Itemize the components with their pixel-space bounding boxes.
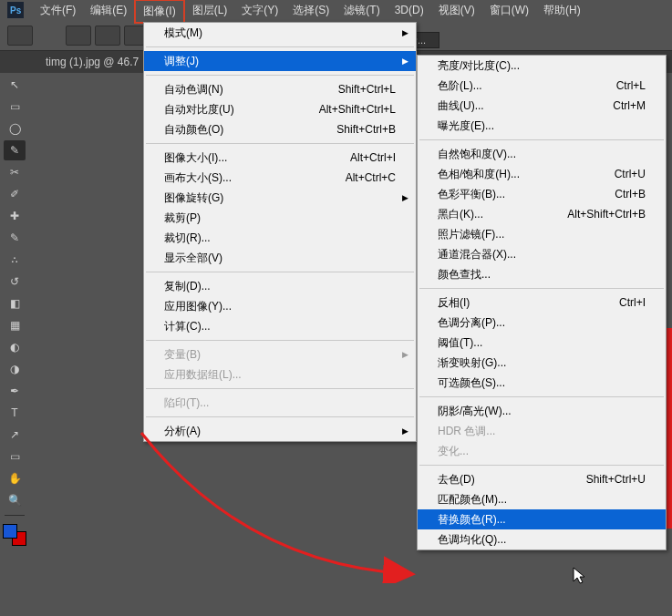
dodge-tool[interactable]: ◑ xyxy=(4,359,26,379)
menu-item-auto-contrast[interactable]: 自动对比度(U)Alt+Shift+Ctrl+L xyxy=(144,99,416,119)
menubar: Ps 文件(F) 编辑(E) 图像(I) 图层(L) 文字(Y) 选择(S) 滤… xyxy=(0,0,672,20)
type-tool[interactable]: T xyxy=(4,403,26,423)
menu-item-image-rotation[interactable]: 图像旋转(G)▶ xyxy=(144,188,416,208)
menu-item-equalize[interactable]: 色调均化(Q)... xyxy=(418,529,666,549)
menu-item-curves[interactable]: 曲线(U)...Ctrl+M xyxy=(418,96,666,116)
color-swatch[interactable] xyxy=(3,524,26,546)
menu-item-apply-dataset: 应用数据组(L)... xyxy=(144,364,416,385)
menu-filter[interactable]: 滤镜(T) xyxy=(336,0,387,21)
menu-item-auto-tone[interactable]: 自动色调(N)Shift+Ctrl+L xyxy=(144,79,416,99)
hand-tool[interactable]: ✋ xyxy=(4,468,26,488)
document-tab[interactable]: timg (1).jpg @ 46.7 xyxy=(36,53,148,71)
brush-tool[interactable]: ✎ xyxy=(4,228,26,248)
image-menu: 模式(M)▶ 调整(J)▶ 自动色调(N)Shift+Ctrl+L 自动对比度(… xyxy=(143,22,417,442)
menu-item-reveal-all[interactable]: 显示全部(V) xyxy=(144,248,416,268)
menu-item-variations: 变化... xyxy=(418,441,666,461)
annotation-arrow-icon xyxy=(137,428,438,583)
opt-btn-1[interactable] xyxy=(66,26,91,46)
menu-item-shadows-highlights[interactable]: 阴影/高光(W)... xyxy=(418,401,666,421)
menu-item-color-lookup[interactable]: 颜色查找... xyxy=(418,264,666,284)
menu-item-analysis[interactable]: 分析(A)▶ xyxy=(144,421,416,441)
history-brush-tool[interactable]: ↺ xyxy=(4,272,26,292)
stamp-tool[interactable]: ⛬ xyxy=(4,250,26,270)
menu-view[interactable]: 视图(V) xyxy=(431,0,482,21)
menu-item-adjustments[interactable]: 调整(J)▶ xyxy=(144,51,416,71)
menu-image[interactable]: 图像(I) xyxy=(134,0,184,24)
svg-text:Ps: Ps xyxy=(10,5,22,15)
menu-item-gradient-map[interactable]: 渐变映射(G)... xyxy=(418,353,666,373)
menu-item-brightness-contrast[interactable]: 亮度/对比度(C)... xyxy=(418,56,666,76)
submenu-arrow-icon: ▶ xyxy=(402,426,408,436)
menu-edit[interactable]: 编辑(E) xyxy=(83,0,134,21)
fg-color-icon[interactable] xyxy=(3,524,17,539)
gradient-tool[interactable]: ▦ xyxy=(4,315,26,335)
menu-item-invert[interactable]: 反相(I)Ctrl+I xyxy=(418,293,666,313)
menu-item-channel-mixer[interactable]: 通道混合器(X)... xyxy=(418,244,666,264)
menu-item-variables: 变量(B)▶ xyxy=(144,344,416,364)
menu-item-image-size[interactable]: 图像大小(I)...Alt+Ctrl+I xyxy=(144,148,416,168)
menu-item-vibrance[interactable]: 自然饱和度(V)... xyxy=(418,144,666,164)
menu-item-calculations[interactable]: 计算(C)... xyxy=(144,316,416,336)
opt-btn-2[interactable] xyxy=(95,26,120,46)
menu-item-hue-saturation[interactable]: 色相/饱和度(H)...Ctrl+U xyxy=(418,164,666,184)
menu-item-levels[interactable]: 色阶(L)...Ctrl+L xyxy=(418,76,666,96)
crop-tool[interactable]: ✂ xyxy=(4,162,26,182)
menu-item-desaturate[interactable]: 去色(D)Shift+Ctrl+U xyxy=(418,469,666,489)
menu-select[interactable]: 选择(S) xyxy=(285,0,336,21)
tool-preset-button[interactable] xyxy=(7,26,33,46)
menu-item-exposure[interactable]: 曝光度(E)... xyxy=(418,116,666,136)
ps-logo-icon: Ps xyxy=(7,2,24,18)
submenu-arrow-icon: ▶ xyxy=(402,28,408,37)
move-tool[interactable]: ↖ xyxy=(4,75,26,95)
menu-layer[interactable]: 图层(L) xyxy=(185,0,235,21)
zoom-tool[interactable]: 🔍 xyxy=(4,490,26,510)
menu-window[interactable]: 窗口(W) xyxy=(482,0,536,21)
submenu-arrow-icon: ▶ xyxy=(402,193,408,202)
blur-tool[interactable]: ◐ xyxy=(4,337,26,357)
menu-file[interactable]: 文件(F) xyxy=(33,0,83,21)
menu-item-crop[interactable]: 裁剪(P) xyxy=(144,208,416,228)
menu-item-trap: 陷印(T)... xyxy=(144,393,416,413)
menu-item-duplicate[interactable]: 复制(D)... xyxy=(144,276,416,296)
menu-item-apply-image[interactable]: 应用图像(Y)... xyxy=(144,296,416,316)
lasso-tool[interactable]: ◯ xyxy=(4,118,26,139)
menu-item-match-color[interactable]: 匹配颜色(M)... xyxy=(418,489,666,509)
toolbox: ↖ ▭ ◯ ✎ ✂ ✐ ✚ ✎ ⛬ ↺ ◧ ▦ ◐ ◑ ✒ T ↗ ▭ ✋ 🔍 xyxy=(0,73,29,548)
menu-type[interactable]: 文字(Y) xyxy=(234,0,285,21)
eyedropper-tool[interactable]: ✐ xyxy=(4,184,26,204)
menu-item-threshold[interactable]: 阈值(T)... xyxy=(418,333,666,353)
menu-item-mode[interactable]: 模式(M)▶ xyxy=(144,23,416,43)
menu-item-hdr-toning[interactable]: HDR 色调... xyxy=(418,421,666,441)
menu-item-selective-color[interactable]: 可选颜色(S)... xyxy=(418,373,666,393)
menu-item-auto-color[interactable]: 自动颜色(O)Shift+Ctrl+B xyxy=(144,119,416,139)
adjustments-submenu: 亮度/对比度(C)... 色阶(L)...Ctrl+L 曲线(U)...Ctrl… xyxy=(417,55,667,550)
menu-item-black-white[interactable]: 黑白(K)...Alt+Shift+Ctrl+B xyxy=(418,204,666,224)
menu-item-replace-color[interactable]: 替换颜色(R)... xyxy=(418,509,666,529)
menu-item-canvas-size[interactable]: 画布大小(S)...Alt+Ctrl+C xyxy=(144,168,416,188)
menu-item-color-balance[interactable]: 色彩平衡(B)...Ctrl+B xyxy=(418,184,666,204)
quick-select-tool[interactable]: ✎ xyxy=(4,140,26,160)
menu-item-photo-filter[interactable]: 照片滤镜(F)... xyxy=(418,224,666,244)
shape-tool[interactable]: ▭ xyxy=(4,447,26,467)
menu-item-trim[interactable]: 裁切(R)... xyxy=(144,228,416,248)
heal-tool[interactable]: ✚ xyxy=(4,206,26,226)
pen-tool[interactable]: ✒ xyxy=(4,381,26,401)
menu-item-posterize[interactable]: 色调分离(P)... xyxy=(418,313,666,333)
path-select-tool[interactable]: ↗ xyxy=(4,425,26,445)
mouse-cursor-icon xyxy=(573,567,587,590)
menu-3d[interactable]: 3D(D) xyxy=(388,1,431,19)
menu-help[interactable]: 帮助(H) xyxy=(536,0,588,21)
marquee-tool[interactable]: ▭ xyxy=(4,97,26,117)
eraser-tool[interactable]: ◧ xyxy=(4,293,26,313)
submenu-arrow-icon: ▶ xyxy=(402,350,408,359)
submenu-arrow-icon: ▶ xyxy=(402,56,408,66)
